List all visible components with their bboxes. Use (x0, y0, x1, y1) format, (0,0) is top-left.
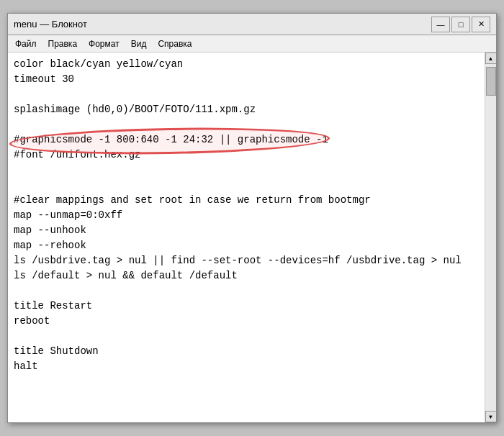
scroll-down-arrow[interactable]: ▼ (485, 411, 497, 422)
menu-format[interactable]: Формат (84, 37, 124, 50)
scrollbar[interactable]: ▲ ▼ (485, 53, 496, 422)
menu-bar: Файл Правка Формат Вид Справка (8, 35, 496, 53)
window-title: menu — Блокнот (14, 19, 87, 29)
menu-file[interactable]: Файл (11, 37, 41, 50)
title-bar: menu — Блокнот — □ ✕ (8, 14, 496, 35)
editor-content[interactable]: color black/cyan yellow/cyan timeout 30 … (8, 53, 485, 422)
scroll-track[interactable] (485, 64, 497, 411)
close-button[interactable]: ✕ (472, 17, 490, 32)
editor-area: color black/cyan yellow/cyan timeout 30 … (8, 53, 496, 422)
window-controls: — □ ✕ (431, 17, 490, 32)
scroll-thumb[interactable] (486, 67, 496, 96)
menu-edit[interactable]: Правка (44, 37, 82, 50)
notepad-window: menu — Блокнот — □ ✕ Файл Правка Формат … (7, 13, 497, 423)
menu-help[interactable]: Справка (153, 37, 196, 50)
scroll-up-arrow[interactable]: ▲ (485, 53, 497, 64)
minimize-button[interactable]: — (431, 17, 450, 32)
menu-view[interactable]: Вид (127, 37, 151, 50)
maximize-button[interactable]: □ (451, 17, 470, 32)
